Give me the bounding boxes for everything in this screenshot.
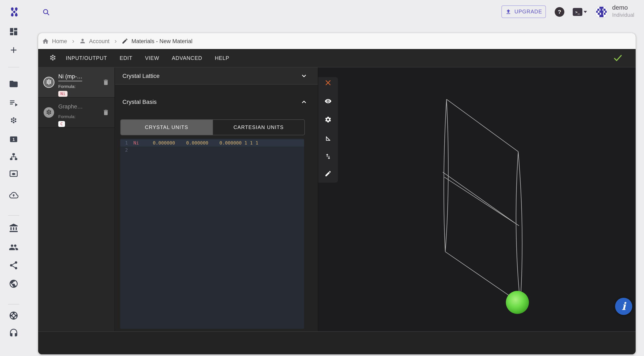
atoms-dots-icon — [48, 53, 58, 63]
headset-icon[interactable] — [9, 328, 18, 338]
viewer-toolbar — [318, 77, 338, 182]
material-name: Ni (mp-… — [58, 73, 98, 80]
upgrade-label: UPGRADE — [514, 9, 542, 15]
user-plan: Individual — [612, 12, 634, 18]
breadcrumb-home[interactable]: Home — [42, 37, 67, 45]
breadcrumb-separator: › — [72, 38, 74, 44]
add-new-icon[interactable] — [9, 45, 18, 55]
mat3ra-logo-icon[interactable] — [10, 7, 19, 17]
menu-advanced[interactable]: ADVANCED — [172, 55, 202, 61]
swap-axes-icon[interactable] — [324, 153, 332, 160]
code-line: 2 — [120, 147, 304, 154]
name-underline — [58, 81, 82, 81]
breadcrumb-separator: › — [114, 38, 117, 44]
coord-x: 0.000000 — [153, 140, 175, 146]
section-title: Crystal Lattice — [122, 72, 160, 79]
search-icon[interactable] — [42, 8, 50, 16]
info-button[interactable]: i — [615, 298, 632, 315]
editor-window: Home › Account › Materials - New Materia… — [38, 33, 636, 354]
element-token: Ni — [133, 140, 139, 146]
material-settings-panel: Crystal Lattice Crystal Basis CRYSTAL UN… — [115, 67, 318, 331]
breadcrumb: Home › Account › Materials - New Materia… — [38, 33, 636, 49]
workflows-icon[interactable] — [9, 152, 18, 162]
home-icon — [42, 37, 49, 45]
crystal-lattice-accordion[interactable]: Crystal Lattice — [115, 67, 318, 85]
editor-menubar: INPUT/OUTPUT EDIT VIEW ADVANCED HELP — [38, 49, 636, 67]
saved-check-icon[interactable] — [612, 53, 623, 63]
jobs-list-icon[interactable] — [9, 98, 18, 108]
structure-3d-viewport[interactable]: i — [318, 67, 636, 331]
share-icon[interactable] — [9, 260, 18, 270]
terminal-dropdown-button[interactable]: >_ — [573, 8, 587, 16]
globe-icon[interactable] — [9, 279, 18, 289]
chevron-down-icon — [584, 11, 587, 13]
menu-view[interactable]: VIEW — [145, 55, 159, 61]
line-number: 2 — [120, 147, 128, 154]
material-avatar — [43, 107, 54, 118]
menu-input-output[interactable]: INPUT/OUTPUT — [66, 55, 107, 61]
edit-pencil-icon — [122, 38, 128, 44]
basis-units-tabs: CRYSTAL UNITS CARTESIAN UNITS — [120, 119, 305, 135]
settings-gear-icon[interactable] — [324, 116, 332, 123]
svg-text:1: 1 — [12, 137, 15, 142]
formula-chip: C — [58, 121, 65, 127]
breadcrumb-account[interactable]: Account — [80, 38, 110, 44]
divider — [8, 67, 19, 67]
edit-pencil-icon[interactable] — [324, 170, 332, 177]
materials-dots-icon[interactable] — [9, 116, 18, 126]
tab-cartesian-units[interactable]: CARTESIAN UNITS — [212, 120, 304, 135]
crystal-basis-accordion[interactable]: Crystal Basis — [115, 93, 318, 110]
institution-icon[interactable] — [9, 223, 18, 233]
coord-z: 0.000000 — [220, 140, 242, 146]
breadcrumb-current-page: Materials - New Material — [122, 38, 192, 44]
menu-help[interactable]: HELP — [215, 55, 229, 61]
user-name: demo — [612, 4, 634, 11]
formula-label: Formula: — [58, 114, 98, 119]
tab-crystal-units[interactable]: CRYSTAL UNITS — [121, 120, 212, 135]
section-title: Crystal Basis — [122, 98, 156, 105]
person-icon — [80, 38, 86, 44]
delete-material-icon[interactable] — [102, 79, 110, 86]
bank-unit-icon[interactable]: 1 — [9, 135, 18, 144]
formula-chip: Ni — [58, 91, 68, 97]
unit-cell-wireframe — [318, 67, 636, 331]
atom-ni — [506, 291, 529, 314]
editor-content: Ni (mp-… Formula: Ni — [38, 67, 636, 331]
statusbar — [38, 331, 636, 354]
visibility-eye-icon[interactable] — [324, 98, 332, 105]
divider — [8, 215, 19, 216]
team-icon[interactable] — [9, 242, 18, 252]
material-item-ni[interactable]: Ni (mp-… Formula: Ni — [38, 67, 114, 98]
measure-square-icon[interactable] — [324, 135, 332, 142]
top-app-bar: UPGRADE ? >_ demo — [0, 0, 644, 24]
left-nav-rail: 1 — [0, 24, 27, 356]
terminal-icon: >_ — [573, 8, 582, 16]
support-wheel-icon[interactable] — [9, 311, 18, 320]
material-name: Graphe… — [58, 103, 98, 110]
chevron-down-icon — [300, 72, 308, 80]
basis-code-editor[interactable]: 1 Ni0.0000000.0000000.0000001 1 1 2 — [120, 139, 304, 329]
upgrade-button[interactable]: UPGRADE — [502, 5, 546, 18]
user-avatar[interactable] — [595, 6, 608, 18]
material-item-graphene[interactable]: Graphe… Formula: C — [38, 98, 114, 128]
help-icon[interactable]: ? — [555, 7, 564, 17]
folder-icon[interactable] — [9, 79, 18, 89]
line-number: 1 — [120, 140, 128, 147]
page-title: Materials - New Material — [132, 38, 192, 44]
menu-edit[interactable]: EDIT — [120, 55, 132, 61]
coord-y: 0.000000 — [186, 140, 208, 146]
code-line: 1 Ni0.0000000.0000000.0000001 1 1 — [120, 140, 304, 147]
user-menu[interactable]: demo Individual — [612, 4, 634, 18]
chevron-up-icon — [300, 98, 308, 106]
materials-sidebar: Ni (mp-… Formula: Ni — [38, 67, 115, 331]
delete-material-icon[interactable] — [102, 109, 110, 116]
close-icon[interactable] — [324, 79, 332, 86]
gallery-icon[interactable] — [9, 169, 18, 178]
material-avatar — [43, 77, 54, 88]
dashboard-icon[interactable] — [9, 27, 18, 36]
divider — [8, 304, 19, 305]
constraint-flags: 1 1 1 — [244, 140, 258, 146]
upload-icon — [505, 8, 512, 15]
formula-label: Formula: — [58, 84, 98, 89]
cloud-upload-icon[interactable] — [9, 190, 18, 200]
